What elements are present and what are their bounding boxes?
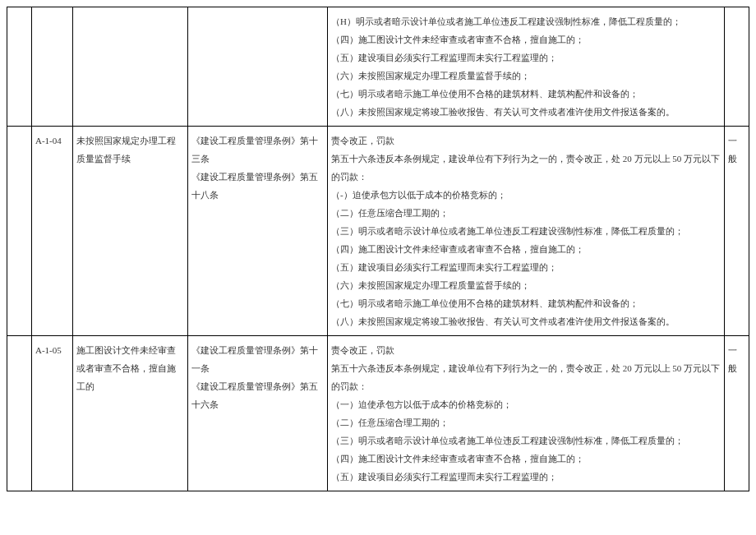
content-line: 第五十六条违反本条例规定，建设单位有下列行为之一的，责令改正，处 20 万元以上… [331, 359, 721, 395]
content-line: （五）建设项目必须实行工程监理而未实行工程监理的； [331, 48, 721, 67]
cell-level: 一般 [725, 127, 749, 336]
cell-item: 未按照国家规定办理工程质量监督手续 [73, 127, 188, 336]
cell-item: 施工图设计文件未经审查或者审查不合格，擅自施工的 [73, 336, 188, 491]
content-line: （三）明示或者暗示设计单位或者施工单位违反工程建设强制性标准，降低工程质量的； [331, 431, 721, 450]
content-line: （四）施工图设计文件未经审查或者审查不合格，擅自施工的； [331, 30, 721, 48]
cell-basis: 《建设工程质量管理条例》第十一条 《建设工程质量管理条例》第五十六条 [188, 336, 328, 491]
content-line: 责令改正，罚款 [331, 131, 721, 150]
cell-blank [7, 7, 32, 127]
content-line: （二）任意压缩合理工期的； [331, 413, 721, 431]
cell-blank [7, 336, 32, 491]
content-line: （一）迫使承包方以低于成本的价格竞标的； [331, 395, 721, 413]
cell-blank [7, 127, 32, 336]
content-line: （H）明示或者暗示设计单位或者施工单位违反工程建设强制性标准，降低工程质量的； [331, 12, 721, 30]
content-line: （五）建设项目必须实行工程监理而未实行工程监理的； [331, 468, 721, 486]
cell-content: 责令改正，罚款 第五十六条违反本条例规定，建设单位有下列行为之一的，责令改正，处… [328, 336, 725, 491]
content-line: 责令改正，罚款 [331, 341, 721, 359]
cell-content: 责令改正，罚款 第五十六条违反本条例规定，建设单位有下列行为之一的，责令改正，处… [328, 127, 725, 336]
cell-content: （H）明示或者暗示设计单位或者施工单位违反工程建设强制性标准，降低工程质量的； … [328, 7, 725, 127]
table-row: A-1-04 未按照国家规定办理工程质量监督手续 《建设工程质量管理条例》第十三… [7, 127, 749, 336]
content-line: （三）明示或者暗示设计单位或者施工单位违反工程建设强制性标准，降低工程质量的； [331, 222, 721, 240]
table-row: （H）明示或者暗示设计单位或者施工单位违反工程建设强制性标准，降低工程质量的； … [7, 7, 749, 127]
cell-item [73, 7, 188, 127]
content-line: （八）未按照国家规定将竣工验收报告、有关认可文件或者准许使用文件报送备案的。 [331, 103, 721, 121]
content-line: （二）任意压缩合理工期的； [331, 204, 721, 222]
content-line: （五）建设项目必须实行工程监理而未实行工程监理的； [331, 258, 721, 276]
cell-basis [188, 7, 328, 127]
content-line: （六）未按照国家规定办理工程质量监督手续的； [331, 276, 721, 294]
cell-basis: 《建设工程质量管理条例》第十三条 《建设工程质量管理条例》第五十八条 [188, 127, 328, 336]
content-line: （八）未按照国家规定将竣工验收报告、有关认可文件或者准许使用文件报送备案的。 [331, 312, 721, 330]
table-row: A-1-05 施工图设计文件未经审查或者审查不合格，擅自施工的 《建设工程质量管… [7, 336, 749, 491]
content-line: 第五十六条违反本条例规定，建设单位有下列行为之一的，责令改正，处 20 万元以上… [331, 150, 721, 186]
cell-level: 一般 [725, 336, 749, 491]
content-line: （四）施工图设计文件未经审查或者审查不合格，擅自施工的； [331, 240, 721, 258]
regulation-table: （H）明示或者暗示设计单位或者施工单位违反工程建设强制性标准，降低工程质量的； … [7, 7, 749, 491]
content-line: （六）未按照国家规定办理工程质量监督手续的； [331, 67, 721, 85]
cell-code: A-1-05 [32, 336, 73, 491]
cell-code: A-1-04 [32, 127, 73, 336]
content-line: （四）施工图设计文件未经审查或者审查不合格，擅自施工的； [331, 450, 721, 468]
content-line: （-）迫使承包方以低于成本的价格竞标的； [331, 186, 721, 204]
cell-code [32, 7, 73, 127]
content-line: （七）明示或者暗示施工单位使用不合格的建筑材料、建筑构配件和设备的； [331, 294, 721, 312]
content-line: （七）明示或者暗示施工单位使用不合格的建筑材料、建筑构配件和设备的； [331, 85, 721, 103]
cell-level [725, 7, 749, 127]
